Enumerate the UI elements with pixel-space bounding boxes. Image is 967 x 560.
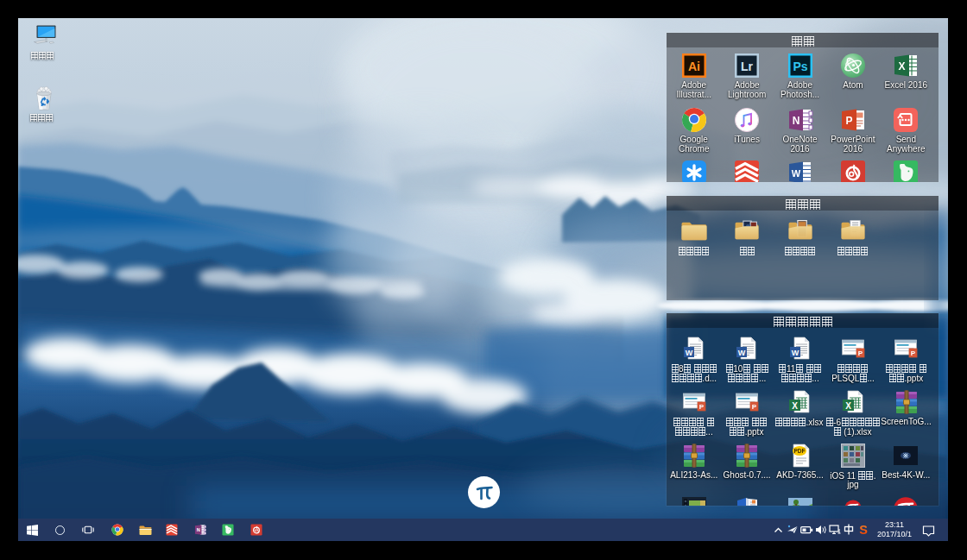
svg-text:S: S [859, 523, 868, 536]
